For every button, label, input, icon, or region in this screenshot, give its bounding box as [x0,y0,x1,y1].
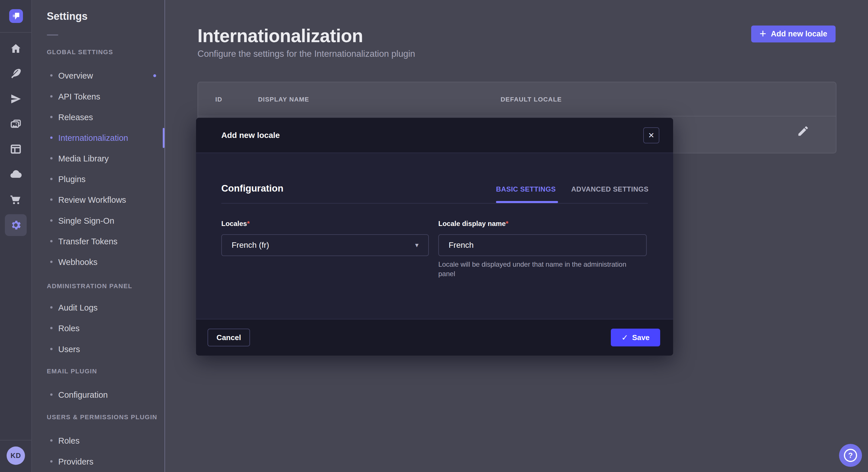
cancel-button[interactable]: Cancel [208,329,250,346]
bullet-icon [50,95,53,98]
rail-divider-bottom [0,440,31,440]
sidebar-item-providers[interactable]: Providers [32,457,164,467]
locales-select[interactable]: French (fr) ▼ [221,234,429,256]
modal-title: Add new locale [221,118,280,153]
section-administration-panel: ADMINISTRATION PANEL [47,282,132,291]
display-name-helper-text: Locale will be displayed under that name… [438,260,643,278]
edit-pencil-icon[interactable] [797,125,809,137]
sidebar-item-single-sign-on[interactable]: Single Sign-On [32,216,164,226]
tabs-divider [221,203,648,204]
modal-body: Configuration BASIC SETTINGS ADVANCED SE… [196,153,673,319]
bullet-icon [50,220,53,222]
tab-advanced-settings[interactable]: ADVANCED SETTINGS [571,185,648,193]
bullet-icon [50,74,53,76]
bullet-icon [50,439,53,442]
sidebar-item-media-library[interactable]: Media Library [32,154,164,164]
settings-nav-active[interactable] [5,214,27,236]
close-button[interactable]: ✕ [643,127,659,143]
home-icon[interactable] [9,42,22,55]
sidebar-item-audit-logs[interactable]: Audit Logs [32,303,164,313]
section-email-plugin: EMAIL PLUGIN [47,368,97,376]
feather-icon[interactable] [9,68,22,80]
bullet-icon [50,136,53,139]
column-header-default-locale: DEFAULT LOCALE [501,96,562,103]
plus-icon: + [760,28,766,39]
paper-plane-icon[interactable] [9,93,22,105]
rail-divider [0,32,31,33]
gear-icon [9,219,22,231]
sidebar-item-transfer-tokens[interactable]: Transfer Tokens [32,236,164,247]
bullet-icon [50,394,53,396]
bullet-icon [50,327,53,329]
add-locale-modal: Add new locale ✕ Configuration BASIC SET… [196,118,673,356]
sidebar-item-review-workflows[interactable]: Review Workflows [32,195,164,205]
page-title: Internationalization [197,25,363,46]
sidebar-item-internationalization[interactable]: Internationalization [32,133,164,143]
bullet-icon [50,306,53,308]
sidebar-item-releases[interactable]: Releases [32,112,164,123]
notification-dot [153,74,156,77]
main-nav-rail: KD [0,0,32,472]
question-mark-icon: ? [844,449,857,462]
avatar[interactable]: KD [7,446,25,465]
cloud-icon[interactable] [9,168,22,181]
bullet-icon [50,261,53,263]
bullet-icon [50,178,53,180]
selected-locale-value: French (fr) [231,235,269,256]
tab-basic-settings[interactable]: BASIC SETTINGS [496,185,556,193]
required-asterisk: * [506,220,508,227]
subnav-title: Settings [47,10,88,22]
sidebar-item-up-roles[interactable]: Roles [32,436,164,446]
check-icon: ✓ [621,333,628,342]
help-button[interactable]: ? [839,444,862,467]
display-name-field-box [438,234,647,256]
bullet-icon [50,240,53,242]
required-asterisk: * [247,220,249,227]
bullet-icon [50,198,53,201]
strapi-logo[interactable] [9,9,23,23]
modal-header: Add new locale ✕ [196,118,673,153]
modal-footer: Cancel ✓ Save [196,319,673,356]
sidebar-item-users[interactable]: Users [32,344,164,355]
settings-subnav: Settings GLOBAL SETTINGS Overview API To… [32,0,165,472]
bullet-icon [50,460,53,463]
column-header-id: ID [215,96,222,103]
avatar-initials: KD [11,452,21,460]
configuration-heading: Configuration [221,183,283,194]
subnav-title-underline [47,34,58,36]
sidebar-item-email-configuration[interactable]: Configuration [32,390,164,400]
add-new-locale-button[interactable]: + Add new locale [751,26,836,42]
bullet-icon [50,348,53,350]
bullet-icon [50,157,53,160]
bullet-icon [50,116,53,118]
section-users-permissions-plugin: USERS & PERMISSIONS PLUGIN [47,413,157,422]
display-name-label: Locale display name* [438,220,508,228]
images-icon[interactable] [9,118,22,131]
page-subtitle: Configure the settings for the Internati… [197,49,415,59]
sidebar-item-api-tokens[interactable]: API Tokens [32,92,164,102]
shopping-cart-icon[interactable] [9,193,22,206]
chevron-down-icon: ▼ [414,235,420,256]
active-tab-underline [496,201,558,203]
save-button[interactable]: ✓ Save [611,329,660,346]
close-icon: ✕ [648,131,654,140]
section-global-settings: GLOBAL SETTINGS [47,48,113,57]
table-header-divider [198,116,836,116]
sidebar-item-webhooks[interactable]: Webhooks [32,257,164,267]
column-header-display-name: DISPLAY NAME [258,96,309,103]
sidebar-item-plugins[interactable]: Plugins [32,174,164,184]
strapi-logo-icon [9,9,23,23]
sidebar-item-admin-roles[interactable]: Roles [32,323,164,334]
locales-label: Locales* [221,220,250,228]
active-item-indicator [163,128,164,148]
display-name-input[interactable] [439,235,646,256]
sidebar-item-overview[interactable]: Overview [32,71,164,81]
layout-icon[interactable] [9,143,22,156]
